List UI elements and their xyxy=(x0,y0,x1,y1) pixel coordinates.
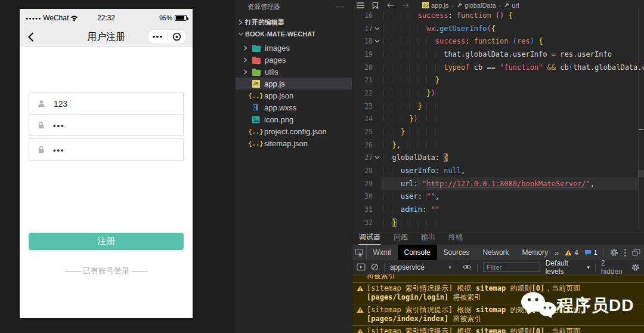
code-line[interactable]: 28 userInfo: null, xyxy=(352,164,638,177)
code-line[interactable]: 21 } xyxy=(352,73,638,87)
console-toolbar: appservice ▾ Default levels ▾ 2 hidden xyxy=(352,260,644,275)
editor-top-bar: JSapp.js›globalData›url xyxy=(352,0,644,9)
fold-chevron-icon[interactable] xyxy=(373,27,382,30)
message-count-badge[interactable]: 1 xyxy=(584,249,597,256)
lock-icon xyxy=(37,145,45,154)
breadcrumb-file[interactable]: JSapp.js xyxy=(422,2,448,9)
log-levels-dropdown[interactable]: Default levels ▾ xyxy=(546,259,590,276)
devtools-tab-network[interactable]: Network xyxy=(476,245,516,260)
fold-chevron-icon[interactable] xyxy=(373,156,382,159)
line-number: 30 xyxy=(352,192,373,201)
tree-item-sitemap.json[interactable]: {..}sitemap.json xyxy=(236,137,352,149)
breadcrumb-symbol-name: globalData xyxy=(465,2,496,9)
fold-chevron-icon[interactable] xyxy=(373,39,382,43)
file-tree: imagespagesutilsJSapp.js{..}app.jsonƎapp… xyxy=(236,42,352,149)
login-link[interactable]: —— 已有账号登录 —— xyxy=(20,266,193,276)
devtools-tab-memory[interactable]: Memory xyxy=(516,245,555,260)
breadcrumb-symbol-globalData[interactable]: globalData xyxy=(457,2,496,9)
console-settings-gear-icon[interactable] xyxy=(631,263,640,272)
context-selector[interactable]: appservice ▾ xyxy=(390,263,451,272)
code-line[interactable]: 24 }) xyxy=(352,113,638,126)
input-field-3[interactable]: ••• xyxy=(29,138,184,161)
code-line[interactable]: 19 that.globalData.userInfo = res.userIn… xyxy=(352,48,638,61)
code-line[interactable]: 17 wx.getUserInfo({ xyxy=(352,22,638,35)
text-token: , xyxy=(461,166,465,175)
inspect-element-icon[interactable] xyxy=(352,245,367,260)
chevron-right-icon xyxy=(243,69,248,75)
line-number: 19 xyxy=(352,50,373,58)
panel-tab-输出[interactable]: 输出 xyxy=(420,230,436,245)
tree-item-images[interactable]: images xyxy=(236,42,352,54)
line-number: 18 xyxy=(352,37,373,45)
tree-item-project.config.json[interactable]: {..}project.config.json xyxy=(236,125,352,137)
register-button[interactable]: 注册 xyxy=(29,233,184,250)
text-token: cb == xyxy=(470,63,500,72)
phone-nav-bar: 用户注册 xyxy=(20,27,193,47)
code-line[interactable]: 27 globalData: { xyxy=(352,152,638,165)
code-line[interactable]: 29 url: "http://127.0.0.1:8080/bookMateS… xyxy=(352,177,638,190)
devtools-settings-gear-icon[interactable] xyxy=(610,248,618,257)
devtools-tab-wxml[interactable]: Wxml xyxy=(367,245,398,260)
hamburger-menu-icon[interactable] xyxy=(357,2,364,8)
text-token: ) xyxy=(530,37,534,45)
tree-item-utils[interactable]: utils xyxy=(236,66,352,78)
bookmark-icon[interactable] xyxy=(372,2,379,9)
editor-scrollbar[interactable] xyxy=(638,0,644,230)
text-token: ，当前页面 xyxy=(544,327,580,333)
more-dots-button[interactable] xyxy=(148,30,167,44)
navigate-back-icon[interactable] xyxy=(386,2,394,8)
code-line[interactable]: 26 }, xyxy=(352,138,638,152)
open-editors-section[interactable]: 打开的编辑器 xyxy=(236,16,352,28)
line-number: 22 xyxy=(352,89,373,97)
code-line[interactable]: 16 success: function () { xyxy=(352,9,638,22)
text-token: && xyxy=(547,63,556,72)
code-line[interactable]: 20 typeof cb == "function" && cb(that.gl… xyxy=(352,61,638,74)
dock-side-icon[interactable] xyxy=(632,249,640,256)
code-line[interactable]: 25 } xyxy=(352,125,638,138)
code-area[interactable]: 16 success: function () {17 wx.getUserIn… xyxy=(352,9,638,230)
tree-item-pages[interactable]: pages xyxy=(236,54,352,66)
panel-tab-问题[interactable]: 问题 xyxy=(393,230,408,245)
explorer-title: 资源管理器 xyxy=(247,2,280,11)
watermark-text: 程序员DD xyxy=(557,294,634,317)
code-line[interactable]: 30 user: "", xyxy=(352,190,638,204)
devtools-tab-console[interactable]: Console xyxy=(398,245,437,260)
project-root-section[interactable]: BOOK-MATE-WECHAT xyxy=(236,28,352,40)
tree-item-app.json[interactable]: {..}app.json xyxy=(236,90,352,101)
tree-item-app.wxss[interactable]: Ǝapp.wxss xyxy=(236,101,352,113)
panel-tab-终端[interactable]: 终端 xyxy=(448,230,463,245)
code-line[interactable]: 18 success: function (res) { xyxy=(352,35,638,48)
file-name: app.js xyxy=(264,79,285,88)
code-line[interactable]: 22 }) xyxy=(352,87,638,100)
code-line[interactable]: 31 admin: "" xyxy=(352,203,638,216)
chevron-down-icon xyxy=(239,32,243,36)
more-tabs-chevron[interactable]: » xyxy=(555,248,559,257)
file-name: pages xyxy=(265,56,286,64)
console-sidebar-icon[interactable] xyxy=(357,263,366,271)
breadcrumb: JSapp.js›globalData›url xyxy=(422,2,519,9)
input-field-2[interactable]: ••• xyxy=(29,114,184,136)
input-field-1[interactable]: 123 xyxy=(29,92,184,115)
warning-count-badge[interactable]: 4 xyxy=(565,249,578,256)
tree-item-icon.png[interactable]: icon.png xyxy=(236,113,352,125)
code-line[interactable]: 23 } xyxy=(352,100,638,113)
text-token xyxy=(383,76,435,84)
filter-input[interactable] xyxy=(483,263,540,272)
breadcrumb-symbol-url[interactable]: url xyxy=(504,2,519,9)
navigate-forward-icon[interactable] xyxy=(402,2,410,8)
close-target-button[interactable] xyxy=(168,30,187,44)
devtools-tab-sources[interactable]: Sources xyxy=(437,245,476,260)
tree-item-app.js[interactable]: JSapp.js xyxy=(236,78,352,90)
text-token: sitemap xyxy=(476,284,506,292)
panel-tab-调试器[interactable]: 调试器 xyxy=(358,230,381,245)
explorer-more-icon[interactable]: ··· xyxy=(336,2,345,11)
line-number: 23 xyxy=(352,102,373,110)
eye-icon[interactable] xyxy=(463,264,472,270)
file-json-icon: {..} xyxy=(251,128,261,135)
file-explorer: 资源管理器 ··· 打开的编辑器 BOOK-MATE-WECHAT images… xyxy=(236,0,352,333)
text-token xyxy=(383,192,401,201)
kebab-menu-icon[interactable] xyxy=(624,249,626,257)
folder-pages-icon xyxy=(252,56,261,64)
clear-console-icon[interactable] xyxy=(371,263,379,271)
code-line[interactable]: 32 } xyxy=(352,216,638,229)
